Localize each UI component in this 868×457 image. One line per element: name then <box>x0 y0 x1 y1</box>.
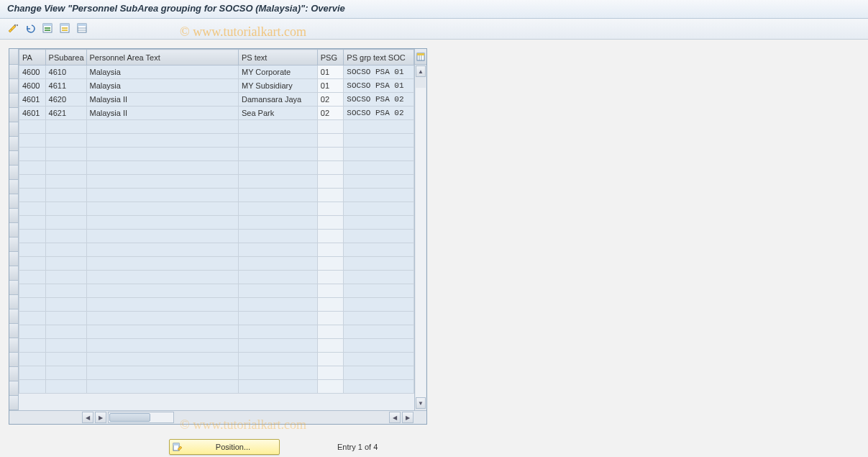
scroll-left-button[interactable]: ◀ <box>82 412 93 423</box>
table-row-empty <box>19 325 414 339</box>
row-selector[interactable] <box>9 266 18 281</box>
scroll-left-end-button[interactable]: ◀ <box>389 412 401 423</box>
cell-psubarea: 4621 <box>45 107 86 120</box>
cell-empty <box>344 366 414 380</box>
cell-empty <box>238 353 317 366</box>
cell-empty <box>344 148 414 161</box>
cell-empty <box>86 380 238 394</box>
cell-empty <box>238 202 317 216</box>
cell-empty <box>45 189 86 202</box>
row-selector[interactable] <box>9 353 18 367</box>
cell-empty <box>45 298 86 312</box>
cell-empty <box>344 312 414 325</box>
row-selector[interactable] <box>9 79 18 94</box>
cell-empty <box>317 257 344 271</box>
table-row-empty <box>19 271 414 284</box>
cell-empty <box>238 380 317 394</box>
col-header-psg[interactable]: PSG <box>317 50 344 65</box>
row-selector[interactable] <box>9 180 18 194</box>
cell-psg[interactable]: 02 <box>317 107 344 120</box>
header-row: PA PSubarea Personnel Area Text PS text … <box>19 50 414 65</box>
row-selector[interactable] <box>9 338 18 353</box>
table-row-empty <box>19 312 414 325</box>
cell-empty <box>344 257 414 271</box>
cell-empty <box>86 257 238 271</box>
col-header-psgrptext[interactable]: PS grp text SOC <box>344 50 414 65</box>
cell-psg[interactable]: 01 <box>317 65 344 79</box>
row-selector[interactable] <box>9 367 18 381</box>
horizontal-scrollbar[interactable]: ◀ ▶ ◀ ▶ <box>9 410 426 424</box>
row-selector[interactable] <box>9 324 18 338</box>
cell-empty <box>344 339 414 353</box>
cell-empty <box>19 312 46 325</box>
scroll-right-button[interactable]: ▶ <box>95 412 106 423</box>
cell-empty <box>344 216 414 230</box>
row-selector[interactable] <box>9 122 18 137</box>
vscroll-track[interactable] <box>416 88 426 399</box>
table-row-empty <box>19 366 414 380</box>
cell-empty <box>86 243 238 257</box>
row-selector[interactable] <box>9 381 18 396</box>
cell-empty <box>238 325 317 339</box>
table-row-empty <box>19 284 414 298</box>
cell-empty <box>86 298 238 312</box>
table-row-empty <box>19 353 414 366</box>
table-row-empty <box>19 339 414 353</box>
row-selector[interactable] <box>9 281 18 295</box>
col-header-psubarea[interactable]: PSubarea <box>45 50 86 65</box>
row-selector[interactable] <box>9 194 18 209</box>
scroll-right-end-button[interactable]: ▶ <box>402 412 414 423</box>
table-row-empty <box>19 298 414 312</box>
row-selector[interactable] <box>9 309 18 324</box>
cell-empty <box>317 380 344 394</box>
scroll-up-button[interactable]: ▲ <box>416 65 426 77</box>
table-row[interactable]: 46014621Malaysia IISea Park02SOCSO PSA 0… <box>19 107 414 120</box>
cell-empty <box>238 175 317 189</box>
scroll-down-button[interactable]: ▼ <box>416 397 426 409</box>
hscroll-thumb[interactable] <box>109 413 150 422</box>
row-selector[interactable] <box>9 151 18 166</box>
cell-psg[interactable]: 01 <box>317 79 344 93</box>
position-button[interactable]: Position... <box>169 439 280 455</box>
configure-columns-button[interactable] <box>415 49 426 65</box>
select-all-button[interactable] <box>40 21 55 35</box>
svg-rect-11 <box>78 24 86 26</box>
cell-empty <box>19 120 46 134</box>
row-selector-header[interactable] <box>9 49 18 65</box>
row-selector[interactable] <box>9 94 18 108</box>
cell-empty <box>86 339 238 353</box>
row-selector[interactable] <box>9 209 18 223</box>
cell-empty <box>19 257 46 271</box>
col-header-patext[interactable]: Personnel Area Text <box>86 50 238 65</box>
row-selector[interactable] <box>9 223 18 237</box>
col-header-pa[interactable]: PA <box>19 50 46 65</box>
row-selector[interactable] <box>9 137 18 151</box>
cell-empty <box>344 325 414 339</box>
row-selector[interactable] <box>9 108 18 122</box>
cell-empty <box>317 284 344 298</box>
table-row[interactable]: 46014620Malaysia IIDamansara Jaya02SOCSO… <box>19 93 414 107</box>
cell-empty <box>86 284 238 298</box>
table-settings-button[interactable] <box>75 21 89 35</box>
row-selector[interactable] <box>9 396 18 410</box>
row-selector[interactable] <box>9 166 18 180</box>
cell-psg[interactable]: 02 <box>317 93 344 107</box>
cell-empty <box>19 366 46 380</box>
row-selector[interactable] <box>9 295 18 309</box>
cell-empty <box>344 202 414 216</box>
row-selector[interactable] <box>9 237 18 252</box>
deselect-all-button[interactable] <box>58 21 72 35</box>
cell-empty <box>45 216 86 230</box>
cell-empty <box>45 325 86 339</box>
table-row[interactable]: 46004611MalaysiaMY Subsidiary01SOCSO PSA… <box>19 79 414 93</box>
row-selector[interactable] <box>9 65 18 79</box>
col-header-pstext[interactable]: PS text <box>238 50 317 65</box>
cell-empty <box>317 161 344 175</box>
hscroll-track[interactable] <box>108 412 174 423</box>
table-row[interactable]: 46004610MalaysiaMY Corporate01SOCSO PSA … <box>19 65 414 79</box>
vertical-scrollbar[interactable]: ▲ ▼ <box>414 49 426 410</box>
row-selector[interactable] <box>9 252 18 266</box>
cell-empty <box>238 189 317 202</box>
undo-button[interactable] <box>23 21 37 35</box>
toggle-edit-button[interactable] <box>6 21 20 35</box>
